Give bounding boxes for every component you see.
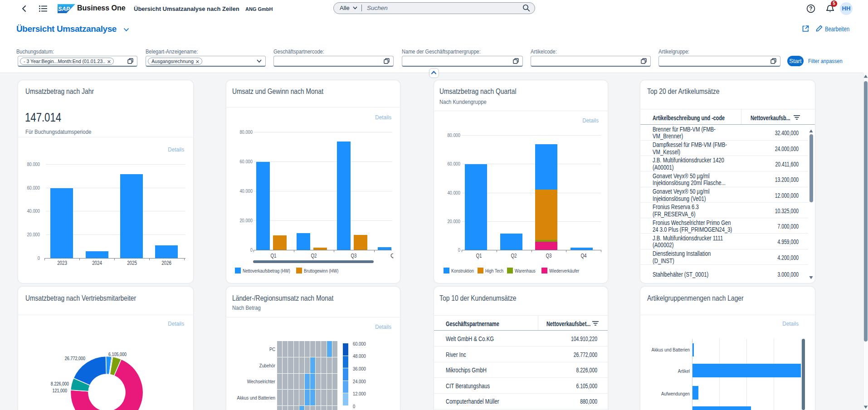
svg-text:SAP: SAP xyxy=(58,6,70,12)
svg-text:?: ? xyxy=(809,5,812,12)
